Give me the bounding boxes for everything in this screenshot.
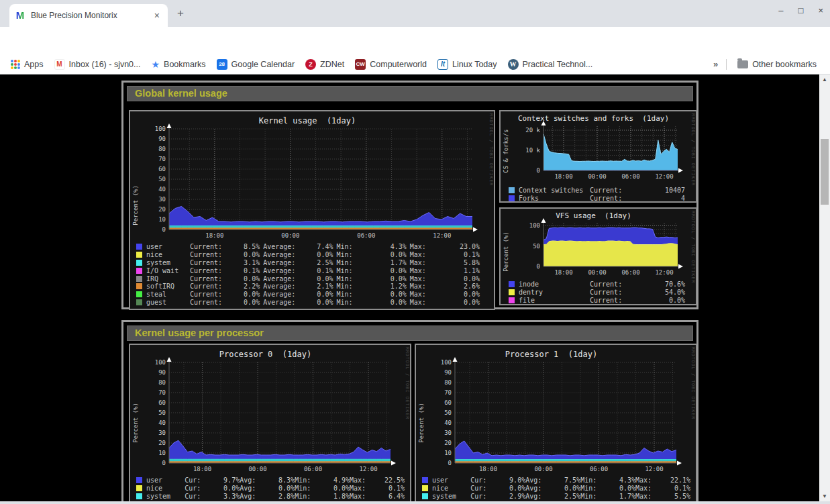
- folder-icon: [737, 60, 748, 68]
- kernel-usage-graph[interactable]: Kernel usage (1day) Percent (%) 01020304…: [129, 110, 495, 310]
- legend-stat: Average:0.0%: [263, 291, 333, 298]
- legend-stat: Max:5.8%: [410, 259, 480, 266]
- legend-swatch: [509, 281, 515, 287]
- svg-text:0: 0: [537, 167, 540, 174]
- legend-stat: Min:4.3%: [336, 243, 406, 250]
- svg-text:40: 40: [158, 186, 166, 193]
- page-scrollbar[interactable]: ▲ ▼: [819, 74, 830, 501]
- svg-text:18:00: 18:00: [193, 466, 211, 472]
- apps-grid-icon: [11, 60, 20, 69]
- bookmarks-divider: [726, 59, 727, 70]
- legend-swatch: [136, 252, 142, 258]
- legend-stat: Cur:3.3%: [185, 493, 240, 500]
- svg-text:00:00: 00:00: [281, 232, 299, 239]
- legend-stat: Current:4: [590, 195, 685, 202]
- svg-text:10: 10: [158, 216, 166, 223]
- legend-stat: Max:22.1%: [635, 476, 690, 484]
- rrdtool-watermark: RRDTOOL / TOBI OETIKER: [690, 211, 696, 283]
- svg-text:00:00: 00:00: [588, 173, 606, 180]
- legend-stat: Max:5.5%: [635, 493, 690, 500]
- vfs-usage-graph[interactable]: VFS usage (1day) Percent (%) 05010018:00…: [499, 207, 697, 305]
- svg-text:00:00: 00:00: [588, 269, 606, 276]
- bookmark-bookmarks[interactable]: ★ Bookmarks: [152, 59, 206, 70]
- legend-series-name: system: [146, 493, 185, 500]
- svg-text:20: 20: [158, 206, 166, 213]
- bookmark-google-calendar[interactable]: 28 Google Calendar: [217, 59, 295, 70]
- legend-stat: Cur:9.0%: [470, 476, 525, 484]
- svg-text:00:00: 00:00: [534, 466, 552, 472]
- bookmarks-bar: Apps M Inbox (16) - sjvn0... ★ Bookmarks…: [0, 54, 830, 74]
- bookmark-computerworld[interactable]: CW Computerworld: [355, 59, 427, 70]
- bookmark-practical-technology[interactable]: W Practical Technol...: [508, 59, 593, 70]
- svg-text:40: 40: [158, 419, 166, 426]
- svg-text:30: 30: [444, 430, 452, 436]
- context-switches-graph[interactable]: Context switches and forks (1day) CS & f…: [499, 110, 697, 203]
- legend-swatch: [422, 493, 428, 499]
- rrdtool-watermark: RRDTOOL / TOBI OETIKER: [690, 113, 696, 186]
- svg-text:06:00: 06:00: [590, 466, 608, 472]
- legend-stat: Current:54.0%: [590, 289, 685, 296]
- svg-text:18:00: 18:00: [554, 269, 572, 276]
- section-header: Kernel usage per processor: [127, 325, 693, 341]
- legend-series-name: user: [146, 476, 185, 484]
- legend-row: dentryCurrent:54.0%: [509, 289, 685, 297]
- scrollbar-thumb[interactable]: [821, 139, 829, 205]
- processor-1-graph[interactable]: Processor 1 (1day) Percent (%) 010203040…: [415, 344, 697, 501]
- legend-series-name: guest: [146, 299, 190, 306]
- svg-text:06:00: 06:00: [621, 173, 639, 180]
- legend-stat: Current:2.2%: [190, 283, 260, 290]
- legend-stat: Avg:0.0%: [525, 485, 580, 492]
- browser-tab[interactable]: M Blue Precision Monitorix ×: [9, 4, 168, 27]
- bookmark-linux-today[interactable]: lt Linux Today: [437, 59, 497, 70]
- svg-text:06:00: 06:00: [304, 466, 322, 472]
- legend-series-name: nice: [146, 485, 185, 492]
- legend-stat: Max:0.1%: [350, 485, 405, 492]
- svg-text:100: 100: [155, 359, 166, 366]
- svg-text:00:00: 00:00: [248, 466, 266, 472]
- svg-text:30: 30: [158, 430, 166, 436]
- legend-stat: Min:4.9%: [295, 476, 350, 484]
- window-close-button[interactable]: ×: [818, 5, 823, 15]
- legend-swatch: [422, 477, 428, 483]
- scrollbar-down-arrow[interactable]: ▼: [819, 493, 830, 499]
- legend-stat: Avg:2.5%: [525, 493, 580, 500]
- window-maximize-button[interactable]: □: [798, 5, 804, 15]
- scrollbar-up-arrow[interactable]: ▲: [819, 77, 830, 83]
- legend-stat: Cur:9.7%: [185, 476, 240, 484]
- svg-text:40: 40: [444, 419, 452, 426]
- legend-swatch: [509, 289, 515, 295]
- legend-stat: Max:1.1%: [410, 267, 480, 274]
- svg-text:0: 0: [162, 226, 166, 233]
- legend-series-name: Forks: [519, 195, 590, 202]
- processor-0-graph[interactable]: Processor 0 (1day) Percent (%) 010203040…: [129, 344, 411, 501]
- legend-stat: Average:0.1%: [263, 267, 333, 274]
- legend-row: softIRQCurrent:2.2%Average:2.1%Min:1.2%M…: [136, 283, 483, 291]
- legend-stat: Current:3.1%: [190, 259, 260, 266]
- tab-close-icon[interactable]: ×: [152, 10, 162, 21]
- other-bookmarks-button[interactable]: Other bookmarks: [737, 60, 817, 69]
- bookmark-inbox[interactable]: M Inbox (16) - sjvn0...: [54, 59, 141, 70]
- legend-series-name: nice: [146, 251, 190, 258]
- svg-text:12:00: 12:00: [655, 173, 673, 180]
- legend-stat: Min:0.0%: [295, 485, 350, 492]
- svg-text:80: 80: [444, 379, 452, 386]
- tab-title: Blue Precision Monitorix: [31, 11, 152, 20]
- bookmarks-overflow-chevron[interactable]: »: [713, 59, 718, 69]
- svg-text:12:00: 12:00: [433, 232, 451, 239]
- svg-text:60: 60: [444, 399, 452, 406]
- rrdtool-watermark: RRDTOOL / TOBI OETIKER: [690, 347, 696, 419]
- svg-text:70: 70: [444, 389, 452, 396]
- legend-row: niceCur:0.0%Avg:0.0%Min:0.0%Max:0.1%: [136, 485, 405, 493]
- legend-stat: Cur:0.0%: [185, 485, 240, 492]
- wordpress-icon: W: [508, 59, 519, 70]
- bookmark-zdnet[interactable]: Z ZDNet: [305, 59, 344, 70]
- legend-series-name: system: [146, 259, 190, 266]
- window-minimize-button[interactable]: –: [778, 5, 783, 15]
- legend-stat: Cur:0.0%: [470, 485, 525, 492]
- legend-stat: Max:6.4%: [350, 493, 405, 500]
- legend-stat: Min:0.0%: [336, 291, 406, 298]
- bookmark-apps[interactable]: Apps: [11, 60, 44, 69]
- new-tab-button[interactable]: +: [177, 7, 184, 20]
- svg-text:100: 100: [441, 359, 452, 366]
- legend-row: userCurrent:8.5%Average:7.4%Min:4.3%Max:…: [136, 243, 483, 251]
